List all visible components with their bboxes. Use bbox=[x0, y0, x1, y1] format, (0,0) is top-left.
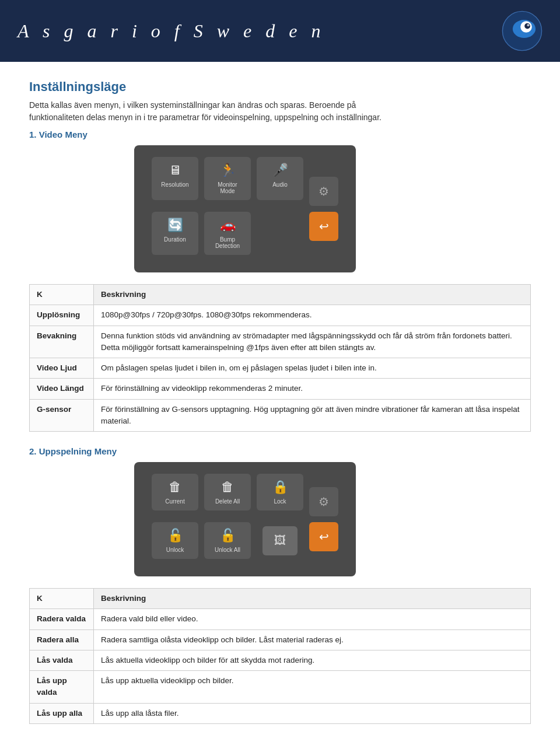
table-row: Radera alla Radera samtliga olåsta video… bbox=[30, 629, 531, 650]
table2-row-desc: Lås aktuella videoklipp och bilder för a… bbox=[94, 650, 531, 670]
app-title: A s g a r i o f S w e d e n bbox=[18, 20, 325, 42]
cam-btn-lock[interactable]: 🔒 Lock bbox=[257, 474, 303, 510]
table2-row-desc: Radera vald bild eller video. bbox=[94, 609, 531, 629]
cam-btn-monitor[interactable]: 🏃 Monitor Mode bbox=[204, 157, 251, 200]
cam-btn-resolution[interactable]: 🖥 Resolution bbox=[152, 157, 198, 200]
cam-btn-current-label: Current bbox=[165, 498, 184, 505]
cam-side-exit-playback[interactable]: ↩ bbox=[309, 522, 338, 551]
resolution-icon: 🖥 bbox=[169, 163, 181, 178]
video-menu-ui: 🖥 Resolution 🏃 Monitor Mode 🎤 Audio bbox=[134, 145, 356, 272]
table1-row-desc: Om påslagen spelas ljudet i bilen in, om… bbox=[94, 358, 531, 379]
cam-btn-resolution-label: Resolution bbox=[161, 181, 188, 188]
cam-btn-deleteall-label: Delete All bbox=[215, 498, 240, 505]
bump-icon: 🚗 bbox=[220, 218, 236, 233]
table1-row-key: Upplösning bbox=[30, 305, 94, 326]
cam-btn-lock-label: Lock bbox=[274, 498, 286, 505]
cam-side-buttons: ⚙ ↩ bbox=[309, 157, 338, 261]
table2-row-desc: Lås upp aktuella videoklipp och bilder. bbox=[94, 671, 531, 704]
table2-header-key: K bbox=[30, 589, 94, 609]
section1-label: 1. Video Meny bbox=[29, 130, 531, 139]
cam-btn-current[interactable]: 🗑 Current bbox=[152, 474, 198, 510]
cam-btn-audio[interactable]: 🎤 Audio bbox=[257, 157, 303, 200]
cam-side-exit[interactable]: ↩ bbox=[309, 212, 338, 241]
cam-playback-preview: 🖼 bbox=[262, 526, 298, 555]
unlock-icon: 🔓 bbox=[167, 528, 183, 543]
table1-row-key: Video Längd bbox=[30, 379, 94, 399]
table2-row-desc: Lås upp alla låsta filer. bbox=[94, 703, 531, 723]
cam-btn-deleteall[interactable]: 🗑 Delete All bbox=[204, 474, 251, 510]
table2-row-key: Lås upp valda bbox=[30, 671, 94, 704]
audio-icon: 🎤 bbox=[272, 163, 288, 178]
table1-row-key: G-sensor bbox=[30, 399, 94, 432]
cam-btn-bump-label: Bump Detection bbox=[210, 236, 245, 249]
cam-btn-audio-label: Audio bbox=[272, 181, 288, 188]
table-row: Lås upp alla Lås upp alla låsta filer. bbox=[30, 703, 531, 723]
cam-btn-duration-label: Duration bbox=[164, 236, 186, 243]
table1-row-key: Bevakning bbox=[30, 326, 94, 358]
section-heading: Inställningsläge bbox=[29, 79, 531, 95]
table2-row-key: Lås upp alla bbox=[30, 703, 94, 723]
header: A s g a r i o f S w e d e n bbox=[0, 0, 560, 62]
table1-row-desc: Denna funktion stöds vid användning av s… bbox=[94, 326, 531, 358]
table-row: Radera valda Radera vald bild eller vide… bbox=[30, 609, 531, 629]
cam-btn-unlock-label: Unlock bbox=[166, 547, 184, 553]
table-row: Upplösning 1080p@30fps / 720p@30fps. 108… bbox=[30, 305, 531, 326]
table2-row-key: Radera alla bbox=[30, 629, 94, 650]
cam-side-buttons-playback: ⚙ ↩ bbox=[309, 474, 338, 565]
lock-icon: 🔒 bbox=[272, 480, 288, 495]
table-row: Lås upp valda Lås upp aktuella videoklip… bbox=[30, 671, 531, 704]
table-row: G-sensor För förinställning av G-sensors… bbox=[30, 399, 531, 432]
unlockall-icon: 🔓 bbox=[220, 528, 236, 543]
main-content: Inställningsläge Detta kallas även menyn… bbox=[0, 62, 560, 745]
monitor-icon: 🏃 bbox=[220, 163, 236, 178]
table1: K Beskrivning Upplösning 1080p@30fps / 7… bbox=[29, 284, 531, 432]
table1-row-desc: För förinställning av G-sensors upptagni… bbox=[94, 399, 531, 432]
table2-header-desc: Beskrivning bbox=[94, 589, 531, 609]
intro-text-1: Detta kallas även menyn, i vilken system… bbox=[29, 99, 531, 124]
cam-btn-duration[interactable]: 🔄 Duration bbox=[152, 212, 198, 255]
cam-btn-unlockall-label: Unlock All bbox=[215, 547, 240, 553]
table1-row-desc: För förinställning av videoklipp rekomme… bbox=[94, 379, 531, 399]
table-row: Bevakning Denna funktion stöds vid använ… bbox=[30, 326, 531, 358]
duration-icon: 🔄 bbox=[167, 218, 183, 233]
table-row: Lås valda Lås aktuella videoklipp och bi… bbox=[30, 650, 531, 670]
table1-header-key: K bbox=[30, 285, 94, 305]
logo-icon bbox=[502, 11, 542, 51]
cam-btn-bump[interactable]: 🚗 Bump Detection bbox=[204, 212, 251, 255]
table2-row-desc: Radera samtliga olåsta videoklipp och bi… bbox=[94, 629, 531, 650]
cam-side-gear-playback[interactable]: ⚙ bbox=[309, 487, 338, 516]
table1-header-desc: Beskrivning bbox=[94, 285, 531, 305]
cam-btn-unlockall[interactable]: 🔓 Unlock All bbox=[204, 522, 251, 559]
cam-btn-unlock[interactable]: 🔓 Unlock bbox=[152, 522, 198, 559]
table2-row-key: Radera valda bbox=[30, 609, 94, 629]
table-row: Video Ljud Om påslagen spelas ljudet i b… bbox=[30, 358, 531, 379]
svg-point-4 bbox=[527, 24, 529, 26]
section2-label: 2. Uppspelning Meny bbox=[29, 446, 531, 456]
table2: K Beskrivning Radera valda Radera vald b… bbox=[29, 588, 531, 724]
table-row: Video Längd För förinställning av videok… bbox=[30, 379, 531, 399]
cam-btn-monitor-label: Monitor Mode bbox=[210, 181, 245, 194]
current-icon: 🗑 bbox=[169, 480, 181, 495]
table2-row-key: Lås valda bbox=[30, 650, 94, 670]
playback-menu-ui: 🗑 Current 🗑 Delete All 🔒 Lock 🔓 bbox=[134, 462, 356, 576]
cam-side-gear[interactable]: ⚙ bbox=[309, 177, 338, 206]
deleteall-icon: 🗑 bbox=[221, 480, 234, 495]
table1-row-desc: 1080p@30fps / 720p@30fps. 1080@30fps rek… bbox=[94, 305, 531, 326]
table1-row-key: Video Ljud bbox=[30, 358, 94, 379]
